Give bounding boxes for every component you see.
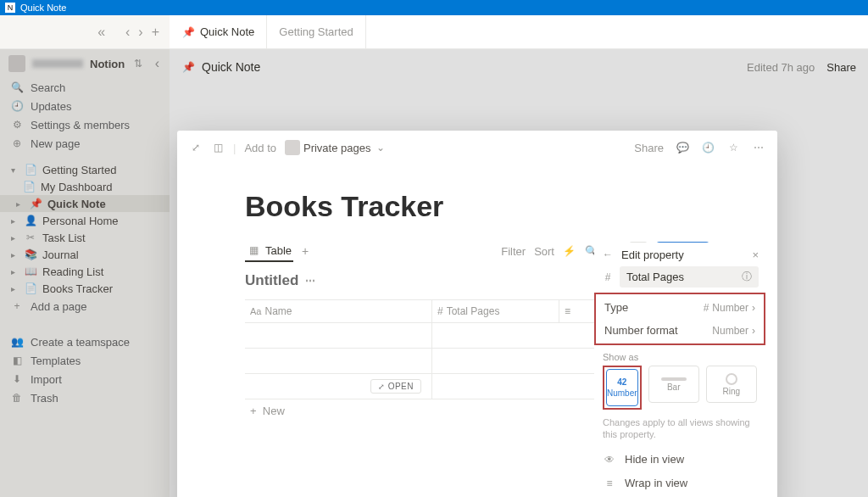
column-name-header[interactable]: AaName xyxy=(245,300,431,322)
caret-down-icon[interactable]: ▾ xyxy=(7,165,19,175)
star-icon[interactable]: ☆ xyxy=(726,141,740,154)
plus-icon: + xyxy=(10,299,24,313)
tree-reading-list[interactable]: ▸📖Reading List xyxy=(0,263,170,280)
hide-in-view[interactable]: 👁Hide in view xyxy=(594,448,765,472)
share-button[interactable]: Share xyxy=(634,142,664,154)
clock-icon[interactable]: 🕘 xyxy=(701,141,715,154)
template-icon: ◧ xyxy=(10,354,24,367)
person-icon: 👤 xyxy=(24,214,37,227)
caret-right-icon[interactable]: ▸ xyxy=(12,199,24,209)
tree-dashboard[interactable]: 📄My Dashboard xyxy=(0,178,170,195)
column-menu[interactable]: ≡ xyxy=(559,300,584,322)
wrap-in-view[interactable]: ≡Wrap in view xyxy=(594,472,765,495)
bar-icon xyxy=(661,377,687,381)
app-icon: N xyxy=(5,3,15,13)
page-icon: 📄 xyxy=(22,180,36,193)
info-icon[interactable]: ⓘ xyxy=(742,270,752,284)
sidebar-more-icon[interactable]: ‹ xyxy=(153,54,161,73)
people-icon: 👥 xyxy=(10,335,24,349)
sidebar-trash[interactable]: 🗑Trash xyxy=(0,388,170,407)
sort-button[interactable]: Sort xyxy=(534,245,554,258)
hash-icon: # xyxy=(601,271,615,284)
new-tab-icon[interactable]: + xyxy=(150,23,161,42)
expand-icon[interactable]: ⤢ xyxy=(189,141,203,154)
app-body: Notion ⇅ ‹ 🔍Search 🕘Updates ⚙Settings & … xyxy=(0,49,868,497)
property-name-input[interactable]: Total Pages ⓘ xyxy=(620,266,759,288)
sidebar-templates[interactable]: ◧Templates xyxy=(0,351,170,370)
sidebar-settings[interactable]: ⚙Settings & members xyxy=(0,115,170,134)
page-modal: ⤢ ◫ | Add to Private pages ⌄ Share 💬 🕘 ☆… xyxy=(177,131,777,497)
show-as-bar[interactable]: Bar xyxy=(648,366,699,403)
caret-right-icon[interactable]: ▸ xyxy=(7,284,19,293)
back-icon[interactable]: ← xyxy=(601,248,615,261)
workspace-blur xyxy=(32,59,83,68)
breadcrumb-bar: 📌 Quick Note Edited 7h ago Share xyxy=(170,49,868,85)
sidebar-collapse-icon[interactable]: « xyxy=(96,23,107,42)
sidebar-updates[interactable]: 🕘Updates xyxy=(0,97,170,115)
edited-time: Edited 7h ago xyxy=(747,61,815,74)
tree-getting-started[interactable]: ▾📄Getting Started xyxy=(0,161,170,178)
breadcrumb-label: Quick Note xyxy=(202,60,260,74)
forward-icon[interactable]: › xyxy=(136,23,144,42)
open-row-button[interactable]: ⤢ OPEN xyxy=(370,379,421,394)
number-format-row[interactable]: Number format Number› xyxy=(596,319,764,342)
sidebar: Notion ⇅ ‹ 🔍Search 🕘Updates ⚙Settings & … xyxy=(0,49,170,497)
tree-books-tracker[interactable]: ▸📄Books Tracker xyxy=(0,280,170,297)
caret-right-icon[interactable]: ▸ xyxy=(7,267,19,276)
tab-quick-note[interactable]: 📌 Quick Note xyxy=(170,15,267,48)
panel-title: Edit property xyxy=(621,248,684,261)
sidebar-add-page[interactable]: +Add a page xyxy=(0,297,170,316)
column-pages-header[interactable]: #Total Pages xyxy=(431,300,559,322)
search-icon: 🔍 xyxy=(10,81,24,94)
edit-property-panel: ← Edit property × # Total Pages ⓘ Type #… xyxy=(594,243,765,497)
hint-text: Changes apply to all views showing this … xyxy=(594,416,765,448)
more-icon[interactable]: ⋯ xyxy=(303,274,317,288)
window-titlebar: N Quick Note xyxy=(0,0,868,15)
trash-icon: 🗑 xyxy=(10,391,24,405)
eye-off-icon: 👁 xyxy=(603,453,616,466)
view-tab-table[interactable]: ▦ Table xyxy=(245,240,293,262)
close-icon[interactable]: × xyxy=(752,248,759,261)
page-title[interactable]: Books Tracker xyxy=(245,190,709,223)
tab-label: Quick Note xyxy=(200,25,254,38)
share-button[interactable]: Share xyxy=(826,61,856,74)
workspace-name: Notion xyxy=(90,58,125,70)
caret-right-icon[interactable]: ▸ xyxy=(7,233,19,243)
comment-icon[interactable]: 💬 xyxy=(676,141,689,154)
show-as-ring[interactable]: Ring xyxy=(706,366,757,403)
add-view-button[interactable]: + xyxy=(302,244,309,258)
caret-right-icon[interactable]: ▸ xyxy=(7,216,19,226)
highlighted-number-option: 42 Number xyxy=(603,366,642,410)
tab-label: Getting Started xyxy=(279,25,353,38)
tree-quick-note[interactable]: ▸📌Quick Note xyxy=(0,195,170,212)
bolt-icon[interactable]: ⚡ xyxy=(563,244,576,258)
filter-button[interactable]: Filter xyxy=(501,245,526,258)
clock-icon: 🕘 xyxy=(10,99,24,113)
pin-icon: 📌 xyxy=(29,197,42,210)
breadcrumb[interactable]: 📌 Quick Note xyxy=(181,60,260,74)
tab-getting-started[interactable]: Getting Started xyxy=(267,15,365,48)
tree-personal-home[interactable]: ▸👤Personal Home xyxy=(0,212,170,229)
sidebar-new-page[interactable]: ⊕New page xyxy=(0,134,170,153)
back-icon[interactable]: ‹ xyxy=(124,23,131,42)
workspace-avatar xyxy=(8,55,25,72)
sidebar-teamspace[interactable]: 👥Create a teamspace xyxy=(0,332,170,351)
wrap-icon: ≡ xyxy=(603,477,616,490)
pin-icon: 📌 xyxy=(181,25,195,39)
workspace-switcher[interactable]: Notion ⇅ ‹ xyxy=(0,49,170,78)
tree-journal[interactable]: ▸📚Journal xyxy=(0,246,170,263)
caret-right-icon[interactable]: ▸ xyxy=(7,250,19,260)
add-to-destination[interactable]: Private pages ⌄ xyxy=(285,140,388,155)
page-icon: 📄 xyxy=(24,282,37,295)
sidebar-search[interactable]: 🔍Search xyxy=(0,78,170,97)
peek-icon[interactable]: ◫ xyxy=(211,141,225,154)
show-as-number[interactable]: 42 Number xyxy=(606,369,638,406)
more-icon[interactable]: ⋯ xyxy=(752,141,765,154)
plus-circle-icon: ⊕ xyxy=(10,137,24,150)
chevron-updown-icon: ⇅ xyxy=(131,57,145,70)
property-type-row[interactable]: Type #Number› xyxy=(596,296,764,319)
tab-strip: « ‹ › + 📌 Quick Note Getting Started xyxy=(0,15,868,49)
sidebar-import[interactable]: ⬇Import xyxy=(0,370,170,388)
tree-task-list[interactable]: ▸✂Task List xyxy=(0,229,170,246)
table-icon: ▦ xyxy=(247,243,260,257)
